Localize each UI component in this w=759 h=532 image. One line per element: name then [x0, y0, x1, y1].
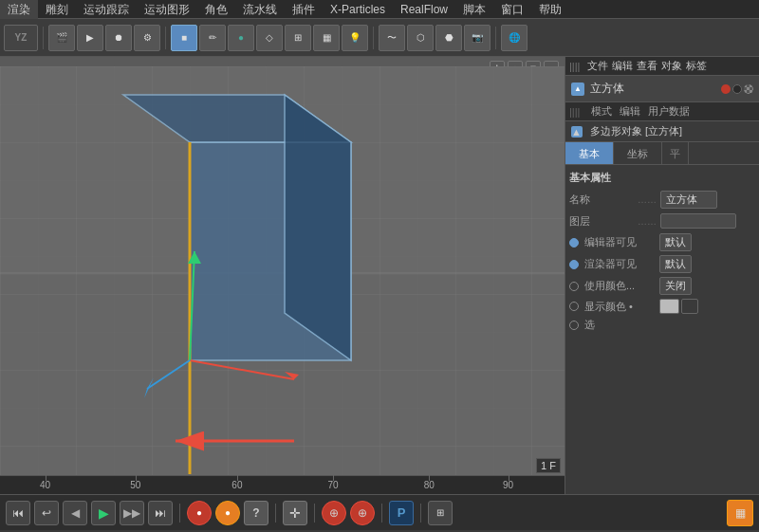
rp-object-type-icon: ▲ [571, 83, 584, 96]
light-btn[interactable]: 💡 [342, 25, 368, 51]
pen-btn[interactable]: ✏ [199, 25, 226, 51]
transport-record-btn[interactable]: ● [187, 501, 212, 525]
rp-menu-tags[interactable]: 标签 [686, 59, 707, 73]
transport-help[interactable]: ? [244, 501, 268, 525]
tl-num-80: 80 [424, 480, 435, 490]
prop-radio-show-color [569, 302, 579, 311]
rp-menu-edit[interactable]: 编辑 [612, 59, 633, 73]
prop-row-editor-vis: 编辑器可见 默认 [569, 233, 755, 251]
toolbar: Y Z 🎬 ▶ ⏺ ⚙ ■ ✏ ● ◇ ⊞ ▦ 💡 〜 ⬡ ⬣ 📷 🌐 [0, 19, 759, 57]
cube-btn[interactable]: ■ [171, 25, 197, 51]
prop-value-name[interactable]: 立方体 [660, 191, 717, 209]
prop-section-title: 基本属性 [569, 171, 755, 185]
settings-btn[interactable]: ⚙ [134, 25, 160, 51]
rp-tab-mode[interactable]: 模式 [591, 104, 612, 119]
pattern-btn[interactable]: ▦ [313, 25, 340, 51]
viewport[interactable]: ✛ ↓ □ ≡ 网格间距：100 cm 删掉此二面 [0, 57, 565, 494]
camera2-btn[interactable]: 📷 [464, 25, 491, 51]
rp-tab-userdata[interactable]: 用户数据 [648, 104, 690, 119]
prop-radio-render-vis [569, 260, 579, 269]
transport-sep-3 [314, 504, 315, 523]
rp-tab-edit[interactable]: 编辑 [620, 104, 640, 119]
transport-next-frame[interactable]: ▶▶ [120, 501, 144, 525]
prop-dots-render-vis [653, 259, 656, 269]
prop-value-layer[interactable] [660, 213, 736, 229]
svg-marker-7 [285, 95, 351, 360]
prop-value-show-color[interactable] [659, 299, 679, 314]
menu-item-plugins[interactable]: 插件 [285, 0, 323, 19]
rp-type-text: 多边形对象 [立方体] [590, 124, 682, 138]
menu-item-realflow[interactable]: RealFlow [393, 0, 455, 19]
menu-item-render[interactable]: 渲染 [0, 0, 38, 19]
transport-orange-box[interactable]: ▦ [727, 500, 753, 526]
rp-type-label: ▲ 多边形对象 [立方体] [565, 121, 759, 142]
grid-btn[interactable]: ⊞ [285, 25, 311, 51]
prop-label-use-color: 使用颜色... [584, 279, 653, 293]
rp-tab-basic[interactable]: 基本 [565, 142, 614, 164]
3d-object-area [0, 57, 565, 494]
menu-item-motion-graphics[interactable]: 运动图形 [137, 0, 197, 19]
material-btn[interactable]: ● [228, 25, 254, 51]
rp-type-icon: ▲ [571, 126, 583, 138]
rp-object-name: 立方体 [590, 81, 624, 97]
prop-label-layer: 图层 [569, 214, 638, 229]
transport-move-icon[interactable]: ✛ [283, 501, 307, 525]
prop-value-render-vis[interactable]: 默认 [659, 255, 692, 273]
transport-sep-4 [381, 504, 382, 523]
prop-label-show-color: 显示颜色 • [584, 300, 653, 314]
rp-menu-object[interactable]: 对象 [661, 59, 682, 73]
record-btn[interactable]: ⏺ [105, 25, 132, 51]
tl-num-60: 60 [231, 480, 242, 490]
transport-play[interactable]: ▶ [91, 501, 116, 525]
main-area: ✛ ↓ □ ≡ 网格间距：100 cm 删掉此二面 [0, 57, 759, 494]
transport-prev-frame[interactable]: ◀ [63, 501, 87, 525]
prop-dots-layer: …… [638, 216, 657, 227]
prop-row-select: 选 [569, 318, 755, 332]
transport-to-start[interactable]: ⏮ [6, 501, 30, 525]
play-btn[interactable]: ▶ [77, 25, 103, 51]
deformer-btn[interactable]: ⬡ [407, 25, 434, 51]
rp-dot-dark [732, 84, 742, 94]
rp-tab-partial[interactable]: 平 [662, 142, 689, 164]
prop-dots-name: …… [638, 194, 657, 205]
shader-btn[interactable]: ⬣ [435, 25, 462, 51]
transport-grid-btn[interactable]: ⊞ [428, 501, 453, 525]
rp-menu-file[interactable]: 文件 [587, 59, 608, 73]
tl-num-70: 70 [327, 480, 338, 490]
prop-value-editor-vis[interactable]: 默认 [659, 233, 692, 251]
menu-item-scripts[interactable]: 脚本 [455, 0, 493, 19]
prop-label-name: 名称 [569, 193, 638, 207]
gem-btn[interactable]: ◇ [256, 25, 283, 51]
rp-dot-red [721, 84, 731, 94]
camera-btn[interactable]: 🎬 [48, 25, 75, 51]
menu-item-motion-track[interactable]: 运动跟踪 [76, 0, 137, 19]
menu-item-pipeline[interactable]: 流水线 [235, 0, 285, 19]
rp-toolbar: |||| 文件 编辑 查看 对象 标签 [565, 57, 759, 76]
rp-menu-view[interactable]: 查看 [637, 59, 657, 73]
transport-to-end[interactable]: ⏭ [148, 501, 173, 525]
prop-value-use-color[interactable]: 关闭 [659, 277, 692, 295]
transport-sep-5 [420, 504, 421, 523]
prop-label-editor-vis: 编辑器可见 [584, 235, 653, 249]
menu-item-xparticles[interactable]: X-Particles [323, 0, 393, 19]
transport-anim2[interactable]: ⊕ [350, 501, 375, 525]
rp-tab-coords[interactable]: 坐标 [614, 142, 662, 164]
transport-p-btn[interactable]: P [389, 501, 414, 525]
yz-axis-indicator[interactable]: Y Z [4, 25, 38, 51]
transport-prev-key[interactable]: ↩ [34, 501, 59, 525]
menu-item-sculpt[interactable]: 雕刻 [38, 0, 76, 19]
transport-auto-record[interactable]: ● [215, 501, 240, 525]
menu-item-character[interactable]: 角色 [197, 0, 235, 19]
prop-row-use-color: 使用颜色... 关闭 [569, 277, 755, 295]
menu-item-help[interactable]: 帮助 [531, 0, 569, 19]
spline-btn[interactable]: 〜 [379, 25, 405, 51]
prop-label-select: 选 [584, 318, 653, 332]
prop-radio-select [569, 321, 579, 330]
toolbar-separator-4 [495, 27, 496, 49]
prop-radio-use-color [569, 282, 579, 291]
environment-btn[interactable]: 🌐 [501, 25, 528, 51]
menu-item-window[interactable]: 窗口 [493, 0, 531, 19]
rp-obj-dots [721, 84, 753, 94]
toolbar-separator-1 [43, 27, 44, 49]
transport-anim1[interactable]: ⊕ [322, 501, 346, 525]
